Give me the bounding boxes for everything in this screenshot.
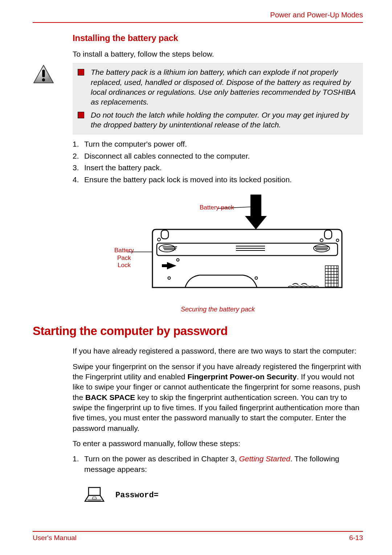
warning-triangle-icon: [33, 79, 54, 86]
svg-rect-12: [157, 243, 338, 256]
figure-label-battery-pack: Battery pack: [200, 204, 234, 211]
laptop-underside-icon: [83, 297, 352, 303]
footer: User's Manual 6-13: [33, 531, 363, 542]
svg-point-2: [42, 78, 45, 81]
section-header: Power and Power-Up Modes: [33, 11, 363, 19]
bullet-icon: [78, 69, 84, 76]
svg-rect-9: [324, 230, 332, 239]
paragraph: If you have already registered a passwor…: [73, 346, 363, 356]
step-item: Insert the battery pack.: [73, 162, 363, 174]
svg-rect-3: [250, 195, 261, 217]
step-item: Turn on the power as described in Chapte…: [73, 454, 363, 474]
sub-heading: Installing the battery pack: [73, 33, 363, 43]
svg-rect-1: [42, 70, 45, 77]
warning-text: Do not touch the latch while holding the…: [91, 110, 358, 130]
svg-rect-7: [161, 230, 168, 239]
step-item: Ensure the battery pack lock is moved in…: [73, 174, 363, 186]
header-rule: [33, 21, 363, 23]
step-item: Turn the computer's power off.: [73, 138, 363, 150]
figure: Battery pack Battery Pack Lock: [73, 193, 363, 313]
bullet-icon: [78, 112, 84, 118]
svg-rect-23: [325, 266, 338, 287]
svg-marker-4: [245, 216, 267, 229]
password-steps: Turn on the power as described in Chapte…: [73, 454, 363, 474]
step-item: Disconnect all cables connected to the c…: [73, 150, 363, 162]
footer-left: User's Manual: [33, 534, 77, 542]
laptop-icon: [83, 485, 105, 505]
intro-text: To install a battery, follow the steps b…: [73, 49, 363, 59]
main-heading: Starting the computer by password: [33, 324, 363, 338]
figure-label-battery-lock: Battery Pack Lock: [114, 247, 134, 269]
footer-page: 6-13: [349, 534, 363, 542]
warning-text: The battery pack is a lithium ion batter…: [91, 67, 358, 107]
warning-block: The battery pack is a lithium ion batter…: [33, 63, 363, 135]
svg-rect-19: [162, 264, 168, 267]
password-prompt: Password=: [83, 485, 363, 505]
prompt-text: Password=: [115, 491, 159, 500]
install-steps: Turn the computer's power off. Disconnec…: [73, 138, 363, 185]
getting-started-link[interactable]: Getting Started: [239, 454, 290, 463]
figure-caption: Securing the battery pack: [73, 306, 363, 313]
paragraph: To enter a password manually, follow the…: [73, 438, 363, 449]
paragraph: Swipe your fingerprint on the sensor if …: [73, 362, 363, 433]
